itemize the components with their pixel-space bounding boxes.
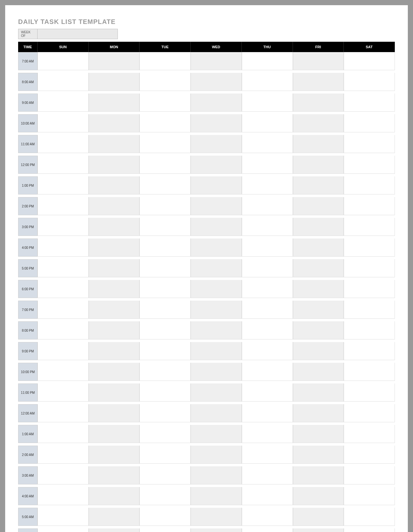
task-input[interactable] (344, 52, 395, 70)
task-cell[interactable] (191, 280, 242, 298)
task-input[interactable] (89, 342, 140, 360)
task-input[interactable] (140, 52, 190, 70)
task-cell[interactable] (191, 197, 242, 215)
task-cell[interactable] (38, 301, 89, 319)
task-input[interactable] (89, 404, 140, 422)
task-input[interactable] (293, 363, 344, 381)
task-cell[interactable] (140, 321, 191, 339)
task-input[interactable] (293, 218, 344, 236)
task-input[interactable] (191, 135, 241, 153)
task-input[interactable] (140, 363, 190, 381)
task-input[interactable] (344, 259, 395, 277)
task-cell[interactable] (344, 383, 395, 402)
week-of-input[interactable] (38, 29, 118, 39)
task-cell[interactable] (89, 446, 140, 464)
task-cell[interactable] (242, 383, 293, 402)
task-cell[interactable] (140, 135, 191, 153)
task-cell[interactable] (344, 218, 395, 236)
task-cell[interactable] (38, 466, 89, 484)
task-input[interactable] (38, 114, 88, 132)
task-cell[interactable] (344, 342, 395, 360)
task-input[interactable] (344, 73, 395, 91)
task-input[interactable] (38, 404, 88, 422)
task-cell[interactable] (140, 446, 191, 464)
task-input[interactable] (140, 508, 190, 526)
task-input[interactable] (191, 238, 241, 256)
task-input[interactable] (191, 383, 241, 401)
task-input[interactable] (242, 404, 293, 422)
task-cell[interactable] (140, 280, 191, 298)
task-input[interactable] (293, 259, 344, 277)
task-cell[interactable] (38, 425, 89, 443)
task-cell[interactable] (89, 508, 140, 526)
task-input[interactable] (140, 383, 190, 401)
task-cell[interactable] (242, 52, 293, 70)
task-cell[interactable] (38, 404, 89, 422)
task-cell[interactable] (242, 321, 293, 339)
task-cell[interactable] (242, 508, 293, 526)
task-cell[interactable] (344, 135, 395, 153)
task-input[interactable] (344, 94, 395, 111)
task-cell[interactable] (191, 52, 242, 70)
task-input[interactable] (293, 73, 344, 91)
task-input[interactable] (293, 135, 344, 153)
task-cell[interactable] (293, 528, 344, 532)
task-input[interactable] (38, 238, 88, 256)
task-cell[interactable] (89, 135, 140, 153)
task-input[interactable] (89, 487, 140, 505)
task-cell[interactable] (242, 446, 293, 464)
task-input[interactable] (140, 259, 190, 277)
task-input[interactable] (191, 342, 241, 360)
task-input[interactable] (38, 301, 88, 318)
task-input[interactable] (140, 466, 190, 484)
task-cell[interactable] (242, 404, 293, 422)
task-cell[interactable] (293, 446, 344, 464)
task-cell[interactable] (89, 342, 140, 360)
task-input[interactable] (89, 176, 140, 194)
task-cell[interactable] (242, 528, 293, 532)
task-cell[interactable] (191, 383, 242, 402)
task-cell[interactable] (38, 363, 89, 381)
task-input[interactable] (293, 342, 344, 360)
task-cell[interactable] (293, 280, 344, 298)
task-cell[interactable] (140, 52, 191, 70)
task-input[interactable] (344, 238, 395, 256)
task-input[interactable] (191, 466, 241, 484)
task-input[interactable] (38, 466, 88, 484)
task-input[interactable] (242, 528, 293, 532)
task-input[interactable] (38, 259, 88, 277)
task-cell[interactable] (344, 487, 395, 505)
task-input[interactable] (242, 218, 293, 236)
task-input[interactable] (89, 508, 140, 526)
task-input[interactable] (293, 238, 344, 256)
task-cell[interactable] (140, 259, 191, 277)
task-input[interactable] (38, 156, 88, 173)
task-input[interactable] (293, 176, 344, 194)
task-input[interactable] (38, 73, 88, 91)
task-input[interactable] (242, 73, 293, 91)
task-input[interactable] (191, 301, 241, 318)
task-cell[interactable] (191, 156, 242, 174)
task-cell[interactable] (89, 487, 140, 505)
task-cell[interactable] (140, 176, 191, 194)
task-input[interactable] (140, 321, 190, 339)
task-cell[interactable] (242, 342, 293, 360)
task-input[interactable] (293, 301, 344, 318)
task-cell[interactable] (89, 528, 140, 532)
task-cell[interactable] (38, 383, 89, 402)
task-input[interactable] (38, 280, 88, 298)
task-cell[interactable] (38, 94, 89, 112)
task-input[interactable] (140, 156, 190, 173)
task-input[interactable] (191, 176, 241, 194)
task-input[interactable] (242, 342, 293, 360)
task-cell[interactable] (191, 363, 242, 381)
task-input[interactable] (242, 466, 293, 484)
task-input[interactable] (140, 446, 190, 463)
task-input[interactable] (89, 425, 140, 443)
task-cell[interactable] (89, 321, 140, 339)
task-cell[interactable] (89, 425, 140, 443)
task-cell[interactable] (242, 94, 293, 112)
task-cell[interactable] (242, 301, 293, 319)
task-cell[interactable] (38, 321, 89, 339)
task-input[interactable] (191, 508, 241, 526)
